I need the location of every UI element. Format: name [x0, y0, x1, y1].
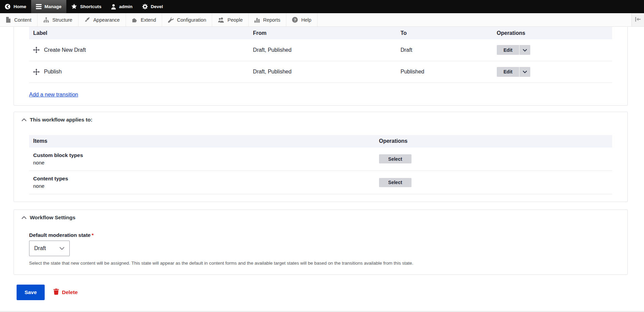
form-actions: Save Delete [17, 285, 628, 300]
transitions-header-row: Label From To Operations [29, 27, 612, 39]
toolbar-item-label: admin [119, 4, 133, 9]
operations-split-button: Edit [497, 67, 530, 77]
home-back-icon [5, 4, 10, 9]
delete-label: Delete [62, 289, 78, 295]
menubar-item-label: Appearance [93, 17, 120, 23]
chevron-down-icon [59, 247, 65, 250]
menubar-item-label: Reports [263, 17, 280, 23]
table-row-custom-block-types: Custom block types none Select [29, 148, 612, 171]
transition-to: Published [396, 61, 492, 83]
menubar-item-content[interactable]: Content [0, 13, 38, 26]
settings-section-title: Workflow Settings [30, 215, 75, 221]
required-marker: * [92, 232, 94, 238]
settings-section-toggle[interactable]: Workflow Settings [21, 215, 75, 221]
transition-to: Draft [396, 39, 492, 61]
edit-button[interactable]: Edit [497, 67, 519, 77]
paintbrush-icon [84, 17, 90, 23]
select-value: Draft [34, 245, 46, 251]
edit-button[interactable]: Edit [497, 45, 519, 55]
barchart-icon [254, 17, 260, 23]
svg-text:?: ? [294, 18, 296, 22]
field-description: Select the state that new content will b… [29, 261, 612, 266]
admin-menubar: Content Structure Appearance Extend Conf… [0, 13, 644, 27]
column-header-operations: Operations [375, 135, 612, 148]
table-row-publish: Publish Draft, Published Published Edit [29, 61, 612, 83]
column-header-items: Items [29, 135, 375, 148]
applies-section-title: This workflow applies to: [30, 117, 92, 123]
table-row-content-types: Content types none Select [29, 171, 612, 194]
chevron-up-icon [21, 216, 27, 219]
star-icon [71, 4, 77, 9]
transition-label: Publish [44, 69, 62, 75]
save-button[interactable]: Save [17, 285, 45, 300]
applies-header-row: Items Operations [29, 135, 612, 148]
admin-toolbar: Home Manage Shortcuts admin Devel [0, 0, 644, 13]
transition-from: Draft, Published [249, 61, 397, 83]
sitemap-icon [43, 17, 49, 23]
menubar-item-structure[interactable]: Structure [38, 13, 79, 26]
menubar-item-label: Structure [52, 17, 72, 23]
column-header-from: From [249, 27, 397, 39]
menubar-item-appearance[interactable]: Appearance [79, 13, 126, 26]
transition-from: Draft, Published [249, 39, 397, 61]
applies-item-name: Custom block types [33, 152, 371, 159]
toolbar-item-label: Manage [45, 4, 62, 9]
menubar-item-label: People [227, 17, 243, 23]
operations-split-button: Edit [497, 45, 530, 55]
collapse-left-icon [635, 17, 641, 23]
gear-icon [142, 4, 148, 9]
menubar-item-label: Content [14, 17, 31, 23]
toolbar-item-admin[interactable]: admin [106, 0, 137, 13]
select-button[interactable]: Select [379, 178, 412, 187]
toolbar-item-devel[interactable]: Devel [137, 0, 168, 13]
operations-dropdown-toggle[interactable] [519, 67, 530, 77]
transition-label: Create New Draft [44, 47, 86, 53]
transitions-card: Label From To Operations Create New Draf… [14, 27, 628, 106]
menubar-item-label: Help [301, 17, 311, 23]
menubar-item-help[interactable]: ? Help [286, 13, 317, 26]
toolbar-item-label: Devel [151, 4, 163, 9]
workflow-settings-card: Workflow Settings Default moderation sta… [14, 209, 628, 275]
add-transition-link[interactable]: Add a new transition [29, 92, 78, 98]
applies-section-toggle[interactable]: This workflow applies to: [21, 117, 92, 123]
hamburger-icon [36, 4, 42, 9]
menubar-item-label: Extend [141, 17, 156, 23]
select-button[interactable]: Select [379, 154, 412, 163]
drag-handle-icon[interactable] [33, 47, 40, 53]
workflow-applies-card: This workflow applies to: Items Operatio… [14, 112, 628, 202]
delete-button[interactable]: Delete [53, 289, 78, 296]
puzzle-icon [132, 17, 137, 23]
column-header-operations: Operations [493, 27, 612, 39]
operations-dropdown-toggle[interactable] [519, 45, 530, 55]
people-icon [218, 17, 224, 23]
applies-table: Items Operations Custom block types none… [29, 135, 612, 195]
toolbar-collapse-button[interactable] [631, 13, 644, 26]
toolbar-item-manage[interactable]: Manage [31, 0, 66, 13]
menubar-item-label: Configuration [177, 17, 206, 23]
toolbar-item-shortcuts[interactable]: Shortcuts [66, 0, 106, 13]
menubar-item-extend[interactable]: Extend [126, 13, 162, 26]
toolbar-item-label: Home [14, 4, 26, 9]
trash-icon [53, 289, 59, 296]
column-header-to: To [396, 27, 492, 39]
document-icon [6, 17, 11, 23]
help-icon: ? [292, 17, 298, 23]
user-icon [111, 4, 116, 9]
column-header-label: Label [29, 27, 249, 39]
menubar-item-configuration[interactable]: Configuration [162, 13, 212, 26]
default-moderation-state-label: Default moderation state* [29, 232, 612, 238]
transitions-table: Label From To Operations Create New Draf… [29, 27, 612, 83]
menubar-item-people[interactable]: People [212, 13, 249, 26]
menubar-item-reports[interactable]: Reports [249, 13, 286, 26]
table-row-create-new-draft: Create New Draft Draft, Published Draft … [29, 39, 612, 61]
chevron-down-icon [523, 69, 527, 75]
toolbar-item-label: Shortcuts [80, 4, 102, 9]
default-moderation-state-select[interactable]: Draft [29, 241, 70, 256]
applies-item-value: none [33, 182, 371, 190]
chevron-down-icon [523, 47, 527, 53]
drag-handle-icon[interactable] [33, 69, 40, 75]
chevron-up-icon [21, 118, 27, 121]
applies-item-value: none [33, 159, 371, 166]
toolbar-item-home[interactable]: Home [0, 0, 31, 13]
applies-item-name: Content types [33, 175, 371, 182]
